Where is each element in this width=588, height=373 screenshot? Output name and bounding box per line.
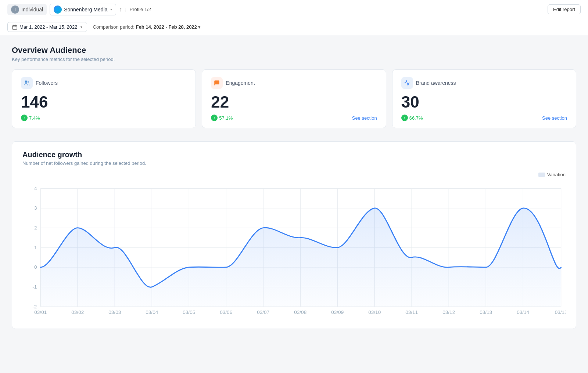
followers-value: 146 xyxy=(21,93,187,111)
engagement-icon xyxy=(211,77,223,89)
main-content: Overview Audience Key performance metric… xyxy=(0,35,588,339)
followers-footer: ↑ 7.4% xyxy=(21,115,187,121)
chart-container: 4 3 2 1 0 -1 -2 03/01 03/02 03/03 03/04 … xyxy=(22,180,566,320)
svg-text:03/03: 03/03 xyxy=(108,310,121,315)
chart-legend: Variation xyxy=(22,172,566,177)
legend-label: Variation xyxy=(547,172,566,177)
brand-icon xyxy=(401,77,413,89)
engagement-change: ↑ 57.1% xyxy=(211,115,233,121)
calendar-icon xyxy=(12,25,17,30)
metric-cards-row: Followers 146 ↑ 7.4% xyxy=(12,69,576,128)
followers-card: Followers 146 ↑ 7.4% xyxy=(12,69,196,128)
header-left: I Individual 🌐 Sonnenberg Media ▾ ↑ ↓ Pr… xyxy=(7,4,151,15)
svg-text:03/01: 03/01 xyxy=(34,310,47,315)
comparison-chevron-icon: ▾ xyxy=(198,24,201,30)
brand-see-section[interactable]: See section xyxy=(542,115,567,121)
chart-subtitle: Number of net followers gained during th… xyxy=(22,160,566,166)
profile-globe-icon: 🌐 xyxy=(54,6,62,14)
svg-text:1: 1 xyxy=(34,245,37,250)
svg-text:03/15: 03/15 xyxy=(555,310,566,315)
legend-swatch xyxy=(538,173,545,177)
svg-text:03/09: 03/09 xyxy=(331,310,344,315)
overview-section: Overview Audience Key performance metric… xyxy=(12,46,576,128)
svg-text:03/02: 03/02 xyxy=(71,310,84,315)
chart-svg: 4 3 2 1 0 -1 -2 03/01 03/02 03/03 03/04 … xyxy=(22,180,566,320)
chart-title: Audience growth xyxy=(22,151,566,159)
engagement-card: Engagement 22 ↑ 57.1% See section xyxy=(202,69,386,128)
svg-text:03/06: 03/06 xyxy=(220,310,232,315)
svg-text:03/07: 03/07 xyxy=(257,310,269,315)
nav-arrows: ↑ ↓ xyxy=(119,6,126,13)
svg-text:-1: -1 xyxy=(32,285,37,290)
svg-text:03/10: 03/10 xyxy=(368,310,381,315)
followers-change: ↑ 7.4% xyxy=(21,115,40,121)
engagement-label: Engagement xyxy=(226,80,255,86)
overview-title: Overview Audience xyxy=(12,46,576,55)
nav-down-arrow[interactable]: ↓ xyxy=(123,6,126,13)
main-header: I Individual 🌐 Sonnenberg Media ▾ ↑ ↓ Pr… xyxy=(0,0,588,19)
individual-badge: I Individual xyxy=(7,4,47,15)
svg-text:03/12: 03/12 xyxy=(442,310,455,315)
brand-label: Brand awareness xyxy=(416,80,456,86)
svg-point-1 xyxy=(25,80,27,83)
svg-rect-0 xyxy=(12,25,17,29)
brand-card-header: Brand awareness xyxy=(401,77,567,89)
nav-up-arrow[interactable]: ↑ xyxy=(119,6,122,13)
svg-point-2 xyxy=(28,81,29,83)
profile-selector[interactable]: 🌐 Sonnenberg Media ▾ xyxy=(50,4,116,15)
date-range-picker[interactable]: Mar 1, 2022 - Mar 15, 2022 ▾ xyxy=(7,22,87,32)
brand-footer: ↑ 66.7% See section xyxy=(401,115,567,121)
svg-text:03/14: 03/14 xyxy=(517,310,529,315)
followers-icon xyxy=(21,77,33,89)
svg-text:-2: -2 xyxy=(32,304,37,309)
svg-text:0: 0 xyxy=(34,265,37,270)
svg-text:03/11: 03/11 xyxy=(405,310,418,315)
chevron-down-icon: ▾ xyxy=(110,7,112,11)
brand-change: ↑ 66.7% xyxy=(401,115,423,121)
individual-avatar: I xyxy=(11,6,19,14)
date-range-text: Mar 1, 2022 - Mar 15, 2022 xyxy=(19,24,78,30)
engagement-footer: ↑ 57.1% See section xyxy=(211,115,377,121)
followers-label: Followers xyxy=(36,80,58,86)
brand-change-badge: ↑ xyxy=(401,115,408,121)
edit-report-button[interactable]: Edit report xyxy=(548,4,581,14)
followers-card-header: Followers xyxy=(21,77,187,89)
engagement-card-header: Engagement xyxy=(211,77,377,89)
followers-change-badge: ↑ xyxy=(21,115,28,121)
svg-text:4: 4 xyxy=(34,186,37,191)
engagement-value: 22 xyxy=(211,93,377,111)
brand-value: 30 xyxy=(401,93,567,111)
profile-counter: Profile 1/2 xyxy=(129,7,151,12)
date-bar: Mar 1, 2022 - Mar 15, 2022 ▾ Comparison … xyxy=(0,19,588,35)
engagement-see-section[interactable]: See section xyxy=(352,115,377,121)
svg-text:3: 3 xyxy=(34,206,37,211)
svg-text:03/08: 03/08 xyxy=(294,310,306,315)
comparison-label: Comparison period: xyxy=(93,24,135,30)
svg-text:2: 2 xyxy=(34,225,37,231)
audience-growth-section: Audience growth Number of net followers … xyxy=(12,141,576,329)
comparison-period[interactable]: Comparison period: Feb 14, 2022 - Feb 28… xyxy=(93,24,201,30)
profile-name: Sonnenberg Media xyxy=(64,7,107,12)
overview-subtitle: Key performance metrics for the selected… xyxy=(12,57,576,62)
comparison-range: Feb 14, 2022 - Feb 28, 2022 xyxy=(136,24,197,30)
date-chevron-icon: ▾ xyxy=(80,25,82,29)
svg-text:03/13: 03/13 xyxy=(480,310,492,315)
svg-text:03/05: 03/05 xyxy=(183,310,195,315)
svg-text:03/04: 03/04 xyxy=(146,310,158,315)
individual-label: Individual xyxy=(21,7,43,12)
engagement-change-badge: ↑ xyxy=(211,115,218,121)
brand-card: Brand awareness 30 ↑ 66.7% See section xyxy=(392,69,576,128)
